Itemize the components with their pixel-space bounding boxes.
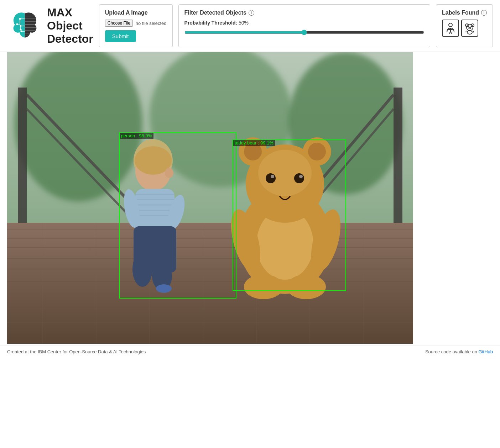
choose-file-button[interactable]: Choose File [105,20,133,27]
footer-left-text: Created at the IBM Center for Open-Sourc… [7,349,146,354]
svg-point-90 [244,274,283,299]
filter-info-icon[interactable]: i [249,10,254,16]
labels-panel: Labels Found i [436,4,493,47]
svg-point-84 [294,173,304,183]
labels-icons-row [442,20,487,37]
github-link[interactable]: GitHub [479,349,493,354]
app-header: MAX Object Detector Upload A Image Choos… [0,0,500,52]
logo-area: MAX Object Detector [7,4,93,47]
svg-point-79 [244,143,262,160]
svg-point-6 [19,18,21,20]
app-logo [7,8,43,44]
svg-point-30 [469,27,471,29]
svg-point-29 [471,26,472,27]
prob-label: Probability Threshold: 50% [184,20,424,26]
person-svg-icon [444,22,457,35]
prob-value: 50% [239,20,249,26]
threshold-slider-container [184,30,424,37]
svg-point-83 [266,173,276,183]
footer-right: Source code available on GitHub [425,349,493,354]
svg-rect-42 [7,223,413,344]
svg-point-33 [14,52,142,201]
teddy-svg-icon [463,22,476,35]
svg-point-8 [20,25,22,27]
submit-button[interactable]: Submit [105,30,136,42]
file-input-row: Choose File no file selected [105,20,167,27]
no-file-label: no file selected [136,21,167,26]
app-title: MAX Object Detector [47,6,93,45]
svg-point-74 [156,284,172,293]
filter-title-row: Filter Detected Objects i [184,10,424,16]
svg-point-7 [16,23,18,25]
svg-point-31 [467,31,472,34]
filter-panel: Filter Detected Objects i Probability Th… [178,4,430,47]
footer: Created at the IBM Center for Open-Sourc… [0,345,500,358]
label-icon-teddy[interactable] [461,20,478,37]
svg-point-20 [449,23,452,27]
labels-info-icon[interactable]: i [481,10,487,16]
svg-point-28 [468,26,469,27]
upload-panel-title: Upload A Image [105,10,167,16]
threshold-slider[interactable] [184,30,424,35]
svg-point-91 [287,274,326,299]
image-wrapper: person : 98.9% teddy bear : 99.1% [7,52,413,344]
svg-point-82 [258,150,312,196]
labels-title-row: Labels Found i [442,10,487,16]
upload-panel: Upload A Image Choose File no file selec… [99,4,173,47]
labels-panel-title: Labels Found [442,10,479,16]
svg-point-85 [271,175,274,178]
filter-panel-title: Filter Detected Objects [184,10,246,16]
scene-background [7,52,413,344]
svg-point-62 [165,168,173,178]
svg-point-9 [20,28,22,30]
svg-line-24 [450,32,452,34]
svg-point-72 [132,251,152,287]
svg-point-86 [299,175,303,178]
label-icon-person[interactable] [442,20,459,37]
svg-point-10 [21,30,22,32]
svg-point-81 [308,143,326,160]
